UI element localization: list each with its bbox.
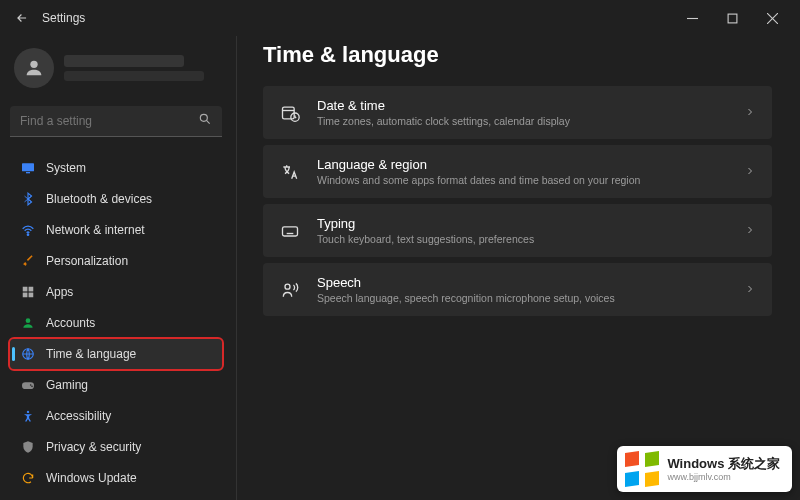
profile-name (64, 55, 184, 67)
sidebar-item-windows-update[interactable]: Windows Update (10, 463, 222, 493)
content-area: Time & language Date & time Time zones, … (236, 36, 800, 500)
bluetooth-icon (20, 191, 36, 207)
svg-rect-12 (23, 293, 28, 298)
page-title: Time & language (263, 42, 772, 68)
sidebar-item-label: Gaming (46, 378, 88, 392)
maximize-button[interactable] (712, 2, 752, 34)
search-input[interactable] (20, 114, 198, 128)
svg-point-14 (26, 318, 31, 323)
sidebar-item-apps[interactable]: Apps (10, 277, 222, 307)
svg-rect-1 (728, 14, 737, 23)
card-title: Speech (317, 275, 728, 290)
card-language-region[interactable]: Language & region Windows and some apps … (263, 145, 772, 198)
titlebar: Settings (0, 0, 800, 36)
sidebar-item-accounts[interactable]: Accounts (10, 308, 222, 338)
svg-rect-23 (283, 226, 298, 235)
sidebar-item-label: Network & internet (46, 223, 145, 237)
svg-rect-20 (283, 107, 295, 119)
svg-rect-8 (26, 172, 30, 173)
card-desc: Time zones, automatic clock settings, ca… (317, 115, 728, 127)
card-title: Typing (317, 216, 728, 231)
search-icon (198, 112, 212, 130)
svg-rect-10 (23, 287, 28, 292)
language-icon (279, 161, 301, 183)
apps-icon (20, 284, 36, 300)
svg-rect-13 (29, 293, 34, 298)
sidebar-item-label: Bluetooth & devices (46, 192, 152, 206)
svg-rect-7 (22, 163, 34, 171)
search-box[interactable] (10, 106, 222, 137)
windows-logo-icon (625, 452, 659, 486)
person-icon (20, 315, 36, 331)
brush-icon (20, 253, 36, 269)
sidebar-item-gaming[interactable]: Gaming (10, 370, 222, 400)
sidebar-item-time-language[interactable]: Time & language (10, 339, 222, 369)
svg-point-9 (27, 234, 28, 235)
card-title: Date & time (317, 98, 728, 113)
card-desc: Windows and some apps format dates and t… (317, 174, 728, 186)
chevron-right-icon (744, 163, 756, 181)
minimize-button[interactable] (672, 2, 712, 34)
update-icon (20, 470, 36, 486)
keyboard-icon (279, 220, 301, 242)
gaming-icon (20, 377, 36, 393)
card-title: Language & region (317, 157, 728, 172)
profile-email (64, 71, 204, 81)
close-button[interactable] (752, 2, 792, 34)
chevron-right-icon (744, 281, 756, 299)
card-desc: Touch keyboard, text suggestions, prefer… (317, 233, 728, 245)
sidebar-item-system[interactable]: System (10, 153, 222, 183)
card-date-time[interactable]: Date & time Time zones, automatic clock … (263, 86, 772, 139)
sidebar-item-label: Apps (46, 285, 73, 299)
nav-list: System Bluetooth & devices Network & int… (10, 153, 222, 493)
sidebar-item-label: System (46, 161, 86, 175)
card-desc: Speech language, speech recognition micr… (317, 292, 728, 304)
sidebar-item-privacy[interactable]: Privacy & security (10, 432, 222, 462)
display-icon (20, 160, 36, 176)
window-title: Settings (42, 11, 85, 25)
chevron-right-icon (744, 222, 756, 240)
svg-rect-11 (29, 287, 34, 292)
sidebar-item-label: Accessibility (46, 409, 111, 423)
svg-point-19 (27, 411, 29, 413)
svg-point-4 (30, 61, 37, 68)
svg-line-6 (206, 120, 209, 123)
accessibility-icon (20, 408, 36, 424)
calendar-clock-icon (279, 102, 301, 124)
watermark-url: www.bjjmlv.com (667, 473, 780, 482)
speech-icon (279, 279, 301, 301)
avatar (14, 48, 54, 88)
sidebar-item-bluetooth[interactable]: Bluetooth & devices (10, 184, 222, 214)
shield-icon (20, 439, 36, 455)
card-speech[interactable]: Speech Speech language, speech recogniti… (263, 263, 772, 316)
sidebar-item-label: Personalization (46, 254, 128, 268)
account-profile[interactable] (10, 42, 222, 100)
sidebar-item-label: Windows Update (46, 471, 137, 485)
svg-point-28 (285, 284, 290, 289)
sidebar-item-label: Accounts (46, 316, 95, 330)
sidebar-item-accessibility[interactable]: Accessibility (10, 401, 222, 431)
back-button[interactable] (8, 4, 36, 32)
watermark-title: Windows 系统之家 (667, 457, 780, 470)
watermark: Windows 系统之家 www.bjjmlv.com (617, 446, 792, 492)
sidebar-item-label: Time & language (46, 347, 136, 361)
globe-clock-icon (20, 346, 36, 362)
svg-point-18 (31, 386, 33, 388)
sidebar-item-label: Privacy & security (46, 440, 141, 454)
chevron-right-icon (744, 104, 756, 122)
sidebar: System Bluetooth & devices Network & int… (0, 36, 232, 500)
card-typing[interactable]: Typing Touch keyboard, text suggestions,… (263, 204, 772, 257)
svg-point-17 (30, 384, 32, 386)
sidebar-item-network[interactable]: Network & internet (10, 215, 222, 245)
sidebar-item-personalization[interactable]: Personalization (10, 246, 222, 276)
wifi-icon (20, 222, 36, 238)
svg-point-5 (200, 114, 207, 121)
